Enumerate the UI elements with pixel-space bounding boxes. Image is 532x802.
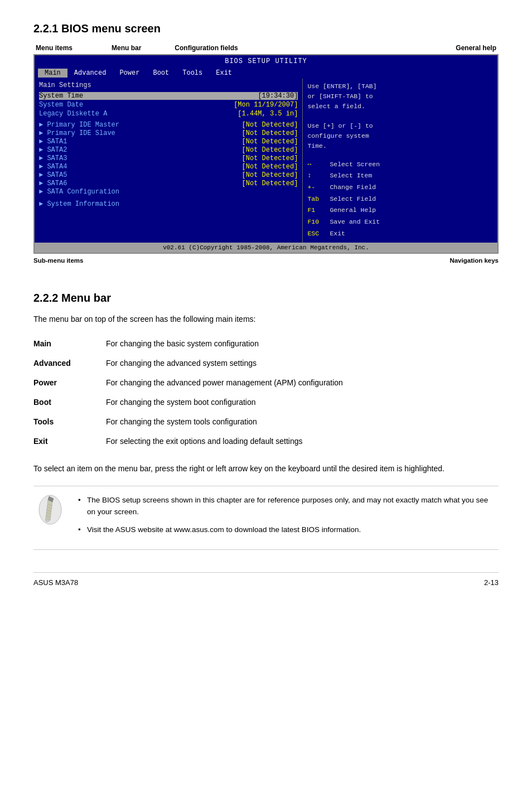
menu-item-name-main: Main (33, 334, 106, 354)
footer-right: 2-13 (484, 578, 499, 587)
menu-item-name-advanced: Advanced (33, 354, 106, 373)
note-icon (33, 494, 67, 525)
menu-item-row-tools: Tools For changing the system tools conf… (33, 412, 499, 432)
labels-below: Sub-menu items Navigation keys (33, 257, 499, 264)
menu-item-row-power: Power For changing the advanced power ma… (33, 373, 499, 393)
menu-item-desc-tools: For changing the system tools configurat… (106, 412, 499, 432)
menu-item-exit[interactable]: Exit (209, 69, 239, 78)
section-221-title: 2.2.1 BIOS menu screen (33, 22, 499, 35)
menu-item-desc-power: For changing the advanced power manageme… (106, 373, 499, 393)
menu-item-boot[interactable]: Boot (146, 69, 176, 78)
sub-item-sata2: ► SATA2 [Not Detected] (39, 146, 298, 154)
sub-item-sata3: ► SATA3 [Not Detected] (39, 154, 298, 162)
sub-item-primary-master: ► Primary IDE Master [Not Detected] (39, 121, 298, 129)
bios-section-header: Main Settings (39, 81, 298, 89)
menu-item-row-advanced: Advanced For changing the advanced syste… (33, 354, 499, 373)
note-intro-text: To select an item on the menu bar, press… (33, 462, 499, 475)
bios-right-panel: Use [ENTER], [TAB] or [SHIFT-TAB] to sel… (303, 79, 497, 243)
section-222: 2.2.2 Menu bar The menu bar on top of th… (33, 292, 499, 550)
label-navigation-keys: Navigation keys (449, 257, 499, 264)
bios-system-time-row: System Time [19:34:30] (39, 92, 298, 100)
sub-item-primary-slave: ► Primary IDE Slave [Not Detected] (39, 129, 298, 137)
menu-item-row-main: Main For changing the basic system confi… (33, 334, 499, 354)
menu-item-desc-main: For changing the basic system configurat… (106, 334, 499, 354)
bios-nav-keys: ↔Select Screen ↕Select Item +-Change Fie… (307, 159, 493, 240)
bios-title-bar: BIOS SETUP UTILITY (35, 55, 497, 67)
menu-item-power[interactable]: Power (113, 69, 146, 78)
label-menu-bar: Menu bar (112, 44, 141, 52)
sub-item-sata6: ► SATA6 [Not Detected] (39, 180, 298, 187)
note-content: The BIOS setup screens shown in this cha… (78, 494, 499, 542)
sub-item-system-info: ► System Information (39, 200, 298, 208)
bios-diskette-row: Legacy Diskette A [1.44M, 3.5 in] (39, 110, 298, 118)
menu-item-name-power: Power (33, 373, 106, 393)
sub-item-sata1: ► SATA1 [Not Detected] (39, 138, 298, 146)
label-config-fields: Configuration fields (175, 44, 238, 52)
menu-item-tools[interactable]: Tools (176, 69, 209, 78)
note-item-2: Visit the ASUS website at www.asus.com t… (78, 524, 499, 536)
label-general-help: General help (456, 44, 496, 52)
bios-help-text: Use [ENTER], [TAB] or [SHIFT-TAB] to sel… (307, 81, 493, 151)
sub-item-sata5: ► SATA5 [Not Detected] (39, 171, 298, 179)
menu-item-advanced[interactable]: Advanced (67, 69, 113, 78)
menu-item-main[interactable]: Main (38, 69, 67, 78)
label-sub-menu-items: Sub-menu items (33, 257, 83, 264)
menu-item-desc-boot: For changing the system boot configurati… (106, 393, 499, 412)
bios-system-date-row: System Date [Mon 11/19/2007] (39, 101, 298, 109)
bios-menu-bar: Main Advanced Power Boot Tools Exit (35, 67, 497, 79)
page-footer: ASUS M3A78 2-13 (33, 572, 499, 587)
menu-item-desc-exit: For selecting the exit options and loadi… (106, 432, 499, 451)
sub-item-sata-config: ► SATA Configuration (39, 188, 298, 196)
menu-item-name-exit: Exit (33, 432, 106, 451)
section-222-intro: The menu bar on top of the screen has th… (33, 313, 499, 325)
menu-item-name-tools: Tools (33, 412, 106, 432)
note-box: The BIOS setup screens shown in this cha… (33, 486, 499, 550)
label-menu-items: Menu items (36, 44, 72, 52)
sub-item-sata4: ► SATA4 [Not Detected] (39, 163, 298, 171)
menu-bar-table: Main For changing the basic system confi… (33, 334, 499, 451)
menu-item-name-boot: Boot (33, 393, 106, 412)
menu-item-desc-advanced: For changing the advanced system setting… (106, 354, 499, 373)
bios-screen: BIOS SETUP UTILITY Main Advanced Power B… (33, 54, 499, 254)
bios-content-area: Main Settings System Time [19:34:30] Sys… (35, 79, 497, 243)
bios-footer: v02.61 (C)Copyright 1985-2008, American … (35, 243, 497, 253)
pencil-icon (37, 494, 64, 525)
section-222-title: 2.2.2 Menu bar (33, 292, 499, 305)
bios-left-panel: Main Settings System Time [19:34:30] Sys… (35, 79, 303, 243)
menu-item-row-boot: Boot For changing the system boot config… (33, 393, 499, 412)
note-item-1: The BIOS setup screens shown in this cha… (78, 494, 499, 518)
menu-item-row-exit: Exit For selecting the exit options and … (33, 432, 499, 451)
section-221: 2.2.1 BIOS menu screen Menu items Menu b… (33, 22, 499, 264)
footer-left: ASUS M3A78 (33, 578, 78, 587)
